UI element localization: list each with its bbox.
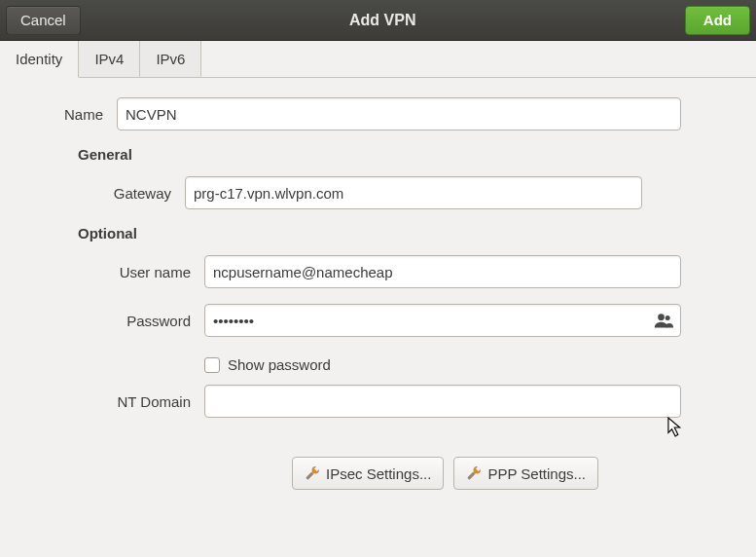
- tab-ipv6[interactable]: IPv6: [140, 41, 201, 77]
- svg-point-1: [666, 316, 670, 320]
- ppp-settings-label: PPP Settings...: [487, 465, 586, 482]
- wrench-icon: [466, 465, 482, 481]
- gateway-input[interactable]: [185, 176, 642, 209]
- optional-header: Optional: [0, 225, 729, 241]
- ipsec-settings-label: IPsec Settings...: [326, 465, 431, 482]
- name-input[interactable]: [117, 97, 681, 130]
- form-area: Name General Gateway Optional User name …: [0, 78, 756, 509]
- wrench-icon: [305, 465, 320, 481]
- dialog-title: Add VPN: [81, 12, 685, 29]
- password-label: Password: [0, 313, 204, 329]
- tab-ipv4[interactable]: IPv4: [79, 41, 140, 77]
- add-button[interactable]: Add: [685, 6, 750, 35]
- users-icon[interactable]: [654, 311, 673, 330]
- ntdomain-input[interactable]: [204, 385, 681, 418]
- show-password-label: Show password: [228, 356, 331, 373]
- gateway-label: Gateway: [0, 185, 185, 202]
- tabs: Identity IPv4 IPv6: [0, 41, 756, 78]
- ipsec-settings-button[interactable]: IPsec Settings...: [292, 457, 444, 490]
- titlebar: Cancel Add VPN Add: [0, 0, 756, 41]
- svg-point-0: [658, 314, 665, 320]
- general-header: General: [0, 146, 729, 163]
- cancel-button[interactable]: Cancel: [6, 6, 81, 35]
- username-input[interactable]: [204, 255, 681, 288]
- show-password-checkbox[interactable]: [204, 357, 220, 373]
- name-label: Name: [0, 106, 117, 123]
- ppp-settings-button[interactable]: PPP Settings...: [453, 457, 598, 490]
- tab-identity[interactable]: Identity: [0, 41, 79, 78]
- password-input[interactable]: [204, 304, 681, 337]
- ntdomain-label: NT Domain: [0, 393, 204, 410]
- username-label: User name: [0, 264, 204, 280]
